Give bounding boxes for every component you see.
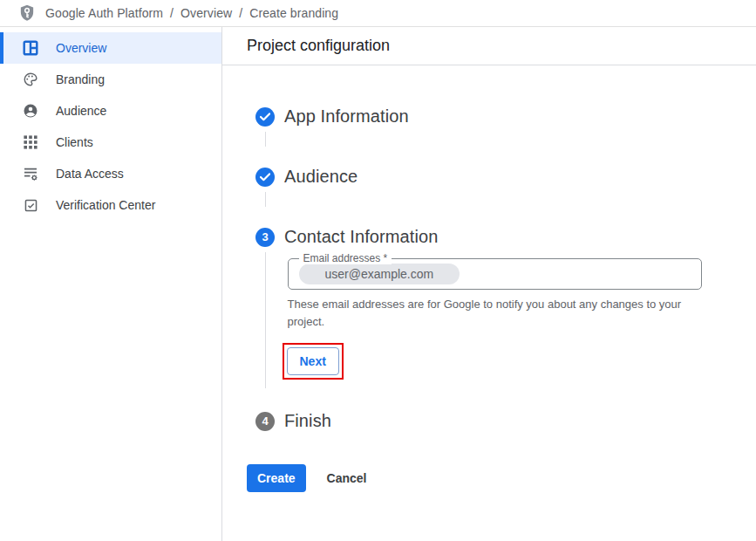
sidebar-item-label: Branding [56, 72, 105, 86]
person-icon [23, 103, 38, 119]
page-header: Project configuration [222, 27, 756, 65]
verification-checkbox-icon [23, 197, 38, 213]
next-button[interactable]: Next [287, 347, 339, 375]
breadcrumb-separator: / [239, 6, 242, 20]
sidebar-item-label: Overview [56, 41, 106, 55]
email-chip[interactable]: user@example.com [299, 264, 460, 284]
email-helper-text: These email addresses are for Google to … [288, 296, 706, 331]
step-title: Contact Information [284, 227, 438, 247]
contact-information-form: Email addresses * user@example.com These… [265, 252, 756, 388]
sidebar-item-clients[interactable]: Clients [0, 127, 221, 158]
selected-indicator-bar [0, 32, 3, 64]
step-completed-check-icon [255, 168, 275, 187]
create-button[interactable]: Create [247, 464, 306, 492]
sidebar-item-branding[interactable]: Branding [0, 64, 221, 95]
sidebar-item-label: Verification Center [56, 198, 155, 212]
step-audience[interactable]: Audience [247, 167, 756, 187]
overview-dashboard-icon [23, 40, 38, 56]
sidebar-item-label: Data Access [56, 167, 124, 181]
annotation-highlight: Next [283, 343, 344, 380]
sidebar-item-overview[interactable]: Overview [0, 32, 221, 64]
sidebar-item-audience[interactable]: Audience [0, 95, 221, 127]
email-addresses-field[interactable]: Email addresses * user@example.com [288, 258, 702, 290]
step-contact-information[interactable]: 3 Contact Information [247, 227, 756, 247]
sidebar: Overview Branding Audienc [0, 27, 222, 541]
stepper: App Information Audience 3 Contact Infor… [222, 65, 756, 492]
palette-icon [23, 72, 38, 87]
sidebar-item-label: Audience [56, 104, 106, 118]
page-title: Project configuration [247, 37, 390, 55]
sidebar-item-data-access[interactable]: Data Access [0, 158, 221, 189]
sidebar-item-verification-center[interactable]: Verification Center [0, 189, 221, 221]
top-bar: Google Auth Platform / Overview / Create… [0, 0, 756, 27]
step-number-badge: 3 [255, 228, 275, 247]
step-title: App Information [284, 106, 409, 127]
step-title: Audience [284, 167, 358, 187]
footer-actions: Create Cancel [247, 464, 756, 492]
main-panel: Project configuration App Information Au… [222, 27, 756, 541]
step-finish[interactable]: 4 Finish [247, 411, 756, 431]
breadcrumb: Google Auth Platform / Overview / Create… [45, 6, 338, 20]
step-number-badge: 4 [255, 412, 275, 431]
step-connector [265, 192, 267, 207]
breadcrumb-separator: / [170, 6, 174, 20]
sidebar-item-label: Clients [56, 135, 93, 149]
cancel-button[interactable]: Cancel [327, 471, 367, 485]
step-app-information[interactable]: App Information [247, 106, 756, 127]
auth-platform-shield-icon [17, 3, 37, 23]
email-addresses-label: Email addresses * [299, 252, 392, 264]
step-completed-check-icon [255, 107, 275, 127]
step-title: Finish [284, 411, 331, 431]
breadcrumb-segment-create-branding[interactable]: Create branding [249, 6, 338, 20]
apps-grid-icon [23, 134, 38, 150]
breadcrumb-segment-overview[interactable]: Overview [180, 6, 232, 20]
data-access-icon [23, 166, 38, 181]
step-connector [265, 132, 267, 147]
breadcrumb-segment-platform[interactable]: Google Auth Platform [45, 6, 163, 20]
